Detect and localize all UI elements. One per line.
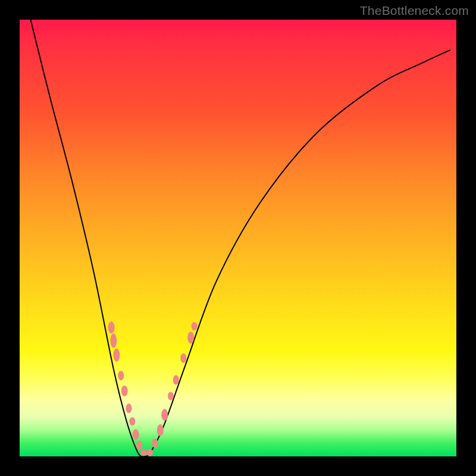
curve-marker (113, 349, 120, 362)
curve-marker (118, 371, 124, 380)
plot-area (20, 20, 456, 456)
curve-marker (173, 375, 179, 385)
curve-marker (192, 322, 198, 330)
curve-marker (108, 322, 115, 334)
curve-marker (168, 392, 174, 400)
curve-marker (152, 439, 158, 448)
curve-marker (136, 441, 142, 450)
curve-marker (157, 424, 164, 436)
watermark-text: TheBottleneck.com (360, 4, 469, 18)
curve-marker (161, 409, 168, 421)
marker-group (108, 322, 198, 456)
curve-marker (126, 403, 132, 413)
curve-marker (121, 386, 128, 396)
curve-marker (110, 334, 117, 348)
curve-marker (146, 449, 153, 456)
curve-marker (180, 353, 186, 363)
curve-marker (187, 331, 194, 343)
bottleneck-curve (30, 20, 450, 456)
curve-svg (20, 20, 456, 456)
curve-marker (140, 449, 147, 456)
curve-marker (133, 429, 139, 440)
curve-marker (129, 417, 135, 425)
chart-frame: TheBottleneck.com (0, 0, 476, 476)
